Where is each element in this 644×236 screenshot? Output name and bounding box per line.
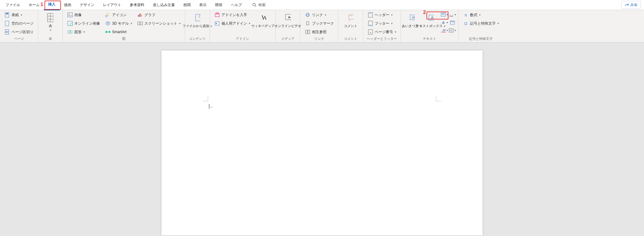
symbol-button[interactable]: Ω記号と特殊文字▾ — [462, 20, 500, 27]
group-text-label: テキスト — [403, 36, 456, 42]
online-pictures-icon — [67, 20, 73, 26]
shapes-button[interactable]: 図形▾ — [66, 28, 101, 36]
chevron-down-icon: ▾ — [497, 22, 499, 25]
tab-file[interactable]: ファイル — [1, 0, 24, 10]
link-button[interactable]: リンク▾ — [303, 11, 335, 19]
pictures-button[interactable]: 画像 — [66, 11, 101, 19]
table-label: 表 — [49, 24, 52, 28]
icons-button[interactable]: アイコン — [104, 11, 133, 19]
svg-rect-3 — [6, 13, 8, 14]
group-symbols: π数式▾ Ω記号と特殊文字▾ 記号と特殊文字 — [458, 10, 503, 42]
tab-review[interactable]: 校閲 — [179, 0, 195, 10]
icons-label: アイコン — [112, 12, 127, 18]
group-headerfooter-label: ヘッダーとフッター — [365, 36, 399, 42]
chevron-down-icon: ▾ — [391, 13, 393, 16]
svg-rect-40 — [306, 30, 307, 34]
tab-references[interactable]: 参考資料 — [126, 0, 149, 10]
chevron-down-icon: ▾ — [50, 29, 51, 32]
signature-icon — [448, 12, 454, 17]
share-button[interactable]: 共有 — [621, 1, 641, 9]
3d-models-button[interactable]: 3D モデル▾ — [104, 20, 133, 27]
bookmark-button[interactable]: ブックマーク — [303, 20, 335, 27]
page-break-icon — [4, 29, 10, 35]
svg-point-19 — [105, 15, 107, 17]
my-addins-button[interactable]: 個人用アドイン▾ — [213, 20, 252, 27]
symbol-label: 記号と特殊文字 — [470, 21, 496, 26]
dropcap-button[interactable]: A▾ — [441, 27, 448, 34]
blank-page-button[interactable]: 空白のページ — [3, 20, 35, 27]
screenshot-icon — [137, 20, 143, 26]
tab-developer[interactable]: 開発 — [211, 0, 227, 10]
bookmark-label: ブックマーク — [312, 21, 334, 26]
wikipedia-button[interactable]: W ウィキペディア — [253, 11, 274, 29]
reuse-files-label: ファイルから追加 — [182, 24, 209, 28]
tab-design[interactable]: デザイン — [76, 0, 99, 10]
group-comments-label: コメント — [340, 36, 361, 42]
tab-help[interactable]: ヘルプ — [227, 0, 246, 10]
chevron-down-icon: ▾ — [455, 29, 456, 32]
chevron-down-icon: ▾ — [391, 22, 393, 25]
search-box[interactable]: 検索 — [252, 2, 266, 8]
group-content: ファイルから追加 ▾ コンテンツ — [185, 10, 210, 42]
svg-text:#: # — [370, 31, 371, 34]
table-icon — [47, 12, 53, 23]
equation-label: 数式 — [470, 12, 477, 18]
tab-draw[interactable]: 描画 — [60, 0, 76, 10]
reuse-files-button[interactable]: ファイルから追加 ▾ — [187, 11, 208, 29]
smartart-button[interactable]: SmartArt — [104, 28, 133, 36]
svg-rect-21 — [108, 31, 110, 33]
3d-models-label: 3D モデル — [112, 21, 129, 26]
crossref-label: 相互参照 — [312, 29, 327, 35]
page[interactable]: ↵ — [161, 50, 483, 235]
svg-line-1 — [255, 6, 257, 7]
object-button[interactable]: ▾ — [448, 27, 456, 34]
footer-button[interactable]: フッター▾ — [366, 20, 398, 27]
group-symbols-label: 記号と特殊文字 — [460, 36, 501, 42]
table-button[interactable]: 表▾ — [40, 11, 61, 33]
page-break-button[interactable]: ページ区切り — [3, 28, 35, 36]
signature-button[interactable]: ▾ — [448, 11, 456, 18]
pagenum-button[interactable]: #ページ番号▾ — [366, 28, 398, 36]
comment-button[interactable]: ★ コメント — [340, 11, 361, 29]
group-pages: 表紙▾ 空白のページ ページ区切り ページ — [0, 10, 38, 42]
screenshot-button[interactable]: スクリーンショット▾ — [136, 20, 182, 27]
chevron-down-icon: ▾ — [447, 29, 448, 32]
wordart-button[interactable]: A▾ — [441, 19, 448, 26]
group-illustrations: 画像 オンライン画像 図形▾ アイコン 3D モデル▾ SmartArt グラフ… — [63, 10, 185, 42]
online-pictures-label: オンライン画像 — [74, 21, 100, 26]
comment-icon: ★ — [348, 12, 354, 23]
tab-view[interactable]: 表示 — [195, 0, 211, 10]
online-pictures-button[interactable]: オンライン画像 — [66, 20, 101, 27]
wikipedia-icon: W — [260, 12, 266, 23]
chevron-down-icon: ▾ — [395, 30, 396, 33]
get-addins-button[interactable]: アドインを入手 — [213, 11, 252, 19]
datetime-button[interactable] — [448, 19, 456, 26]
svg-rect-5 — [5, 29, 9, 31]
crossref-button[interactable]: 相互参照 — [303, 28, 335, 36]
group-media: オンラインビデオ メディア — [276, 10, 300, 42]
equation-button[interactable]: π数式▾ — [462, 11, 500, 19]
chevron-down-icon: ▾ — [21, 13, 22, 16]
cover-page-button[interactable]: 表紙▾ — [3, 11, 35, 19]
wikipedia-label: ウィキペディア — [251, 24, 275, 28]
svg-text:例: 例 — [412, 16, 415, 19]
header-button[interactable]: ヘッダー▾ — [366, 11, 398, 19]
textbox-label: テキストボックス — [416, 24, 443, 28]
ribbon: 表紙▾ 空白のページ ページ区切り ページ 表▾ 表 画像 オ — [0, 10, 644, 43]
search-icon — [252, 3, 257, 7]
smartart-label: SmartArt — [112, 30, 126, 34]
svg-rect-24 — [141, 14, 142, 17]
tab-layout[interactable]: レイアウト — [99, 0, 126, 10]
annotation-1-label: 1 — [41, 2, 43, 7]
annotation-2-box — [426, 12, 448, 19]
get-addins-label: アドインを入手 — [221, 12, 247, 18]
smartart-icon — [105, 29, 111, 35]
group-headerfooter: ヘッダー▾ フッター▾ #ページ番号▾ ヘッダーとフッター — [363, 10, 401, 42]
group-media-label: メディア — [278, 36, 298, 42]
header-label: ヘッダー — [375, 12, 389, 18]
svg-text:Ω: Ω — [464, 21, 467, 26]
online-video-button[interactable]: オンラインビデオ — [278, 11, 298, 29]
chart-button[interactable]: グラフ — [136, 11, 182, 19]
tab-mailings[interactable]: 差し込み文書 — [149, 0, 179, 10]
svg-rect-20 — [105, 31, 107, 33]
